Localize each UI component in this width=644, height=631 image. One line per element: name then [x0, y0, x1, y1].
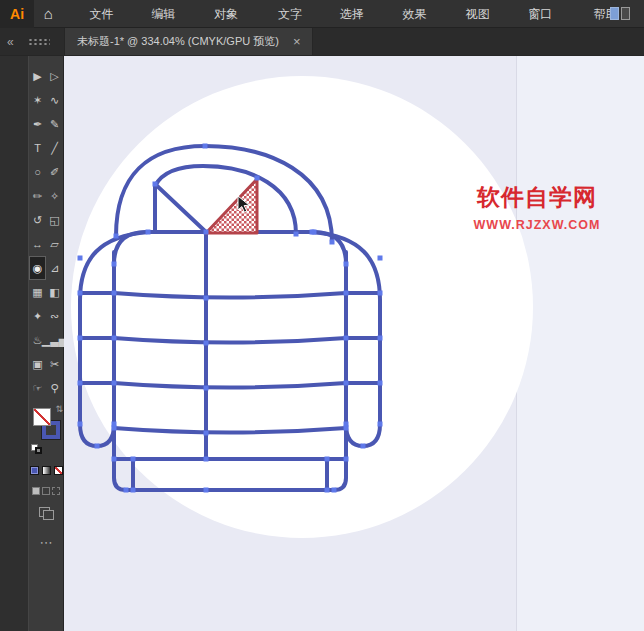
gradient-tool-icon: ◧: [49, 287, 59, 298]
blend-tool[interactable]: ∾: [46, 304, 63, 328]
lasso-tool[interactable]: ∿: [46, 88, 63, 112]
artboard-tool[interactable]: ▣: [29, 352, 46, 376]
magic-wand-tool[interactable]: ✶: [29, 88, 46, 112]
zoom-tool[interactable]: ⚲: [46, 376, 63, 400]
eyedropper-tool-icon: ✦: [33, 311, 42, 322]
menu-item[interactable]: 选择(S): [327, 0, 390, 28]
draw-normal-button[interactable]: [32, 487, 40, 495]
illustrator-window: Ai ⌂ 文件(F) 编辑(E) 对象(O) 文字(T) 选择(S) 效果(C)…: [0, 0, 644, 631]
pen-tool[interactable]: ✒: [29, 112, 46, 136]
default-fill-stroke-icon[interactable]: [31, 444, 43, 454]
hand-tool[interactable]: ☞: [29, 376, 46, 400]
watermark: 软件自学网 WWW.RJZXW.COM: [464, 182, 610, 232]
document-tab-title: 未标题-1* @ 334.04% (CMYK/GPU 预览): [77, 34, 279, 49]
paintbrush-tool[interactable]: ✐: [46, 160, 63, 184]
mesh-tool-icon: ▦: [32, 287, 42, 298]
perspective-grid-tool-icon: ⊿: [50, 263, 59, 274]
zoom-tool-icon: ⚲: [50, 383, 58, 394]
collapse-panel-icon[interactable]: «: [0, 35, 24, 49]
selection-tool-icon: ▶: [33, 71, 41, 82]
width-tool-icon: ↔: [32, 239, 43, 250]
artboard[interactable]: 软件自学网 WWW.RJZXW.COM: [64, 56, 644, 631]
draw-behind-button[interactable]: [42, 487, 50, 495]
screen-mode-button[interactable]: [39, 507, 53, 519]
menubar: Ai ⌂ 文件(F) 编辑(E) 对象(O) 文字(T) 选择(S) 效果(C)…: [0, 0, 644, 28]
menu-item[interactable]: 视图(V): [453, 0, 516, 28]
color-button[interactable]: [30, 466, 39, 475]
type-tool[interactable]: T: [29, 136, 46, 160]
hand-tool-icon: ☞: [33, 383, 43, 394]
lasso-tool-icon: ∿: [50, 95, 59, 106]
width-tool[interactable]: ↔: [29, 232, 46, 256]
rotate-tool-icon: ↺: [33, 215, 42, 226]
fill-stroke-widget: ⇅: [29, 404, 65, 456]
menu-item[interactable]: 文件(F): [77, 0, 139, 28]
shaper-tool[interactable]: ✧: [46, 184, 63, 208]
blend-tool-icon: ∾: [50, 311, 59, 322]
rotate-tool[interactable]: ↺: [29, 208, 46, 232]
free-transform-tool-icon: ▱: [50, 239, 58, 250]
direct-selection-tool[interactable]: ▷: [46, 64, 63, 88]
paintbrush-tool-icon: ✐: [50, 167, 59, 178]
shape-builder-tool[interactable]: ◉: [29, 256, 46, 280]
toolbar-drag-handle[interactable]: [28, 38, 50, 46]
direct-selection-tool-icon: ▷: [50, 71, 58, 82]
menu-list: 文件(F) 编辑(E) 对象(O) 文字(T) 选择(S) 效果(C) 视图(V…: [77, 0, 644, 28]
tab-close-icon[interactable]: ×: [293, 34, 301, 49]
mesh-tool[interactable]: ▦: [29, 280, 46, 304]
menu-item[interactable]: 编辑(E): [139, 0, 202, 28]
perspective-grid-tool[interactable]: ⊿: [46, 256, 63, 280]
pencil-tool[interactable]: ✏: [29, 184, 46, 208]
scale-tool-icon: ◱: [49, 215, 59, 226]
workspace-switcher-icon[interactable]: [610, 7, 630, 20]
left-rail: [0, 56, 28, 631]
swap-fill-stroke-icon[interactable]: ⇅: [55, 404, 63, 414]
edit-toolbar-button[interactable]: ⋯: [29, 535, 63, 550]
document-tab[interactable]: 未标题-1* @ 334.04% (CMYK/GPU 预览) ×: [64, 28, 313, 55]
scale-tool[interactable]: ◱: [46, 208, 63, 232]
jacket-outline[interactable]: [80, 146, 380, 490]
jacket-artwork[interactable]: [64, 56, 644, 631]
menu-item[interactable]: 文字(T): [265, 0, 327, 28]
ellipse-tool[interactable]: ○: [29, 160, 46, 184]
tools-panel: ▶ ▷ ✶ ∿ ✒ ✎ T ╱ ○ ✐ ✏ ✧: [28, 56, 64, 631]
eyedropper-tool[interactable]: ✦: [29, 304, 46, 328]
quick-swatch-row: [29, 466, 63, 475]
slice-tool[interactable]: ✂: [46, 352, 63, 376]
watermark-title: 软件自学网: [464, 182, 610, 213]
artboard-tool-icon: ▣: [32, 359, 42, 370]
gradient-tool[interactable]: ◧: [46, 280, 63, 304]
gradient-button[interactable]: [42, 466, 51, 475]
pencil-tool-icon: ✏: [33, 191, 42, 202]
type-tool-icon: T: [34, 143, 41, 154]
menu-item[interactable]: 窗口(W): [515, 0, 581, 28]
collar-pattern-triangle[interactable]: [206, 179, 257, 233]
document-tabbar: « 未标题-1* @ 334.04% (CMYK/GPU 预览) ×: [0, 28, 644, 56]
app-logo[interactable]: Ai: [0, 0, 34, 28]
line-segment-tool-icon: ╱: [51, 143, 58, 154]
curvature-tool[interactable]: ✎: [46, 112, 63, 136]
pen-tool-icon: ✒: [33, 119, 42, 130]
draw-mode-row: [29, 487, 63, 495]
menu-item[interactable]: 效果(C): [389, 0, 452, 28]
slice-tool-icon: ✂: [50, 359, 59, 370]
home-icon[interactable]: ⌂: [34, 0, 62, 28]
ellipse-tool-icon: ○: [34, 167, 41, 178]
free-transform-tool[interactable]: ▱: [46, 232, 63, 256]
fill-color-swatch[interactable]: [33, 408, 51, 426]
none-button[interactable]: [54, 466, 63, 475]
magic-wand-tool-icon: ✶: [33, 95, 42, 106]
watermark-url: WWW.RJZXW.COM: [464, 218, 610, 232]
menu-item[interactable]: 对象(O): [201, 0, 265, 28]
shaper-tool-icon: ✧: [50, 191, 59, 202]
column-graph-tool[interactable]: ▁▃▅: [46, 328, 63, 352]
tool-grid: ▶ ▷ ✶ ∿ ✒ ✎ T ╱ ○ ✐ ✏ ✧: [29, 64, 63, 400]
draw-inside-button[interactable]: [52, 487, 60, 495]
shape-builder-tool-icon: ◉: [33, 263, 43, 274]
selection-tool[interactable]: ▶: [29, 64, 46, 88]
line-segment-tool[interactable]: ╱: [46, 136, 63, 160]
curvature-tool-icon: ✎: [50, 119, 59, 130]
